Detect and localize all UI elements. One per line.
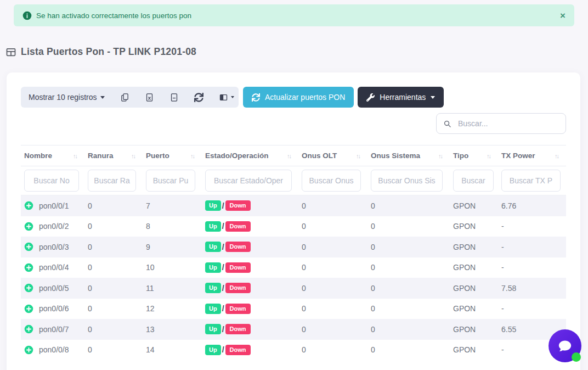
tx-power-cell: - — [498, 222, 566, 231]
onus-olt-cell: 0 — [298, 345, 368, 354]
update-pon-ports-button[interactable]: Actualizar puertos PON — [243, 87, 354, 108]
excel-export-button[interactable] — [145, 93, 154, 102]
column-header-estado[interactable]: Estado/Operación↑↓ — [202, 152, 298, 160]
close-icon[interactable]: × — [560, 11, 566, 20]
up-badge[interactable]: Up — [205, 345, 221, 355]
expand-row-button[interactable] — [24, 345, 33, 355]
table-icon — [5, 47, 16, 58]
table-row: pon0/0/7 0 13 Up/Down 0 0 GPON 6.55 — [21, 319, 566, 340]
slash-separator: / — [222, 284, 224, 293]
up-badge[interactable]: Up — [205, 200, 221, 211]
onus-sistema-cell: 0 — [368, 284, 450, 293]
puerto-cell: 10 — [143, 263, 202, 272]
ranura-cell: 0 — [84, 201, 143, 210]
onus-sistema-cell: 0 — [368, 201, 450, 210]
plus-circle-icon — [24, 263, 33, 272]
tx-power-cell: - — [498, 243, 566, 251]
filter-tipo-input[interactable] — [453, 170, 494, 192]
port-name: pon0/0/7 — [39, 325, 69, 334]
puerto-cell: 8 — [143, 222, 202, 231]
puerto-cell: 11 — [143, 284, 202, 293]
show-entries-dropdown[interactable]: Mostrar 10 registros — [29, 93, 105, 102]
column-header-tx-power[interactable]: TX Power↑↓ — [498, 152, 566, 160]
expand-row-button[interactable] — [24, 242, 33, 251]
file-export-button[interactable] — [169, 93, 179, 102]
tipo-cell: GPON — [450, 284, 498, 293]
expand-row-button[interactable] — [24, 324, 33, 334]
ranura-cell: 0 — [84, 284, 143, 293]
filter-ranura-input[interactable] — [88, 170, 136, 192]
pon-ports-card: Mostrar 10 registros Actualizar puertos … — [7, 72, 580, 370]
onus-sistema-cell: 0 — [368, 325, 450, 334]
column-header-puerto[interactable]: Puerto↑↓ — [143, 152, 202, 160]
table-row: pon0/0/8 0 14 Up/Down 0 0 GPON - — [21, 340, 566, 361]
down-badge[interactable]: Down — [225, 345, 251, 355]
success-alert: Se han activado correctamente los puerto… — [14, 4, 574, 26]
filter-tx-power-input[interactable] — [501, 170, 561, 192]
down-badge[interactable]: Down — [225, 304, 251, 314]
tipo-cell: GPON — [450, 201, 498, 210]
down-badge[interactable]: Down — [225, 324, 251, 334]
column-header-onus-olt[interactable]: Onus OLT↑↓ — [298, 152, 368, 160]
down-badge[interactable]: Down — [225, 283, 251, 293]
tx-power-cell: 7.58 — [498, 284, 566, 293]
tools-dropdown-button[interactable]: Herramientas — [358, 87, 444, 108]
pon-ports-table: Nombre↑↓ Ranura↑↓ Puerto↑↓ Estado/Operac… — [21, 145, 566, 360]
up-badge[interactable]: Up — [205, 304, 221, 314]
tipo-cell: GPON — [450, 263, 498, 272]
up-badge[interactable]: Up — [205, 262, 221, 273]
onus-sistema-cell: 0 — [368, 304, 450, 313]
onus-olt-cell: 0 — [298, 222, 368, 231]
sort-icon: ↑↓ — [287, 153, 291, 159]
table-row: pon0/0/5 0 11 Up/Down 0 0 GPON 7.58 — [21, 278, 566, 299]
slash-separator: / — [222, 325, 224, 334]
column-visibility-button[interactable] — [219, 93, 234, 102]
refresh-table-button[interactable] — [194, 93, 203, 102]
expand-row-button[interactable] — [24, 222, 33, 231]
filter-onus-olt-input[interactable] — [302, 170, 361, 192]
expand-row-button[interactable] — [24, 201, 33, 210]
up-badge[interactable]: Up — [205, 221, 221, 232]
expand-row-button[interactable] — [24, 283, 33, 293]
filter-nombre-input[interactable] — [24, 170, 79, 192]
down-badge[interactable]: Down — [225, 200, 251, 211]
filter-onus-sistema-input[interactable] — [371, 170, 443, 192]
slash-separator: / — [222, 304, 224, 313]
table-row: pon0/0/2 0 8 Up/Down 0 0 GPON - — [21, 216, 566, 237]
column-header-ranura[interactable]: Ranura↑↓ — [84, 152, 143, 160]
onus-sistema-cell: 0 — [368, 345, 450, 354]
info-icon — [22, 11, 32, 20]
chat-widget[interactable] — [549, 329, 581, 362]
down-badge[interactable]: Down — [225, 221, 251, 232]
column-header-onus-sistema[interactable]: Onus Sistema↑↓ — [368, 152, 450, 160]
plus-circle-icon — [24, 242, 33, 251]
tx-power-cell: - — [498, 263, 566, 272]
column-header-tipo[interactable]: Tipo↑↓ — [450, 152, 498, 160]
port-name: pon0/0/1 — [39, 201, 69, 210]
port-name: pon0/0/8 — [39, 345, 69, 354]
chevron-down-icon — [231, 96, 234, 98]
tx-power-cell: 6.76 — [498, 201, 566, 210]
up-badge[interactable]: Up — [205, 283, 221, 293]
up-badge[interactable]: Up — [205, 242, 221, 252]
sort-icon: ↑↓ — [356, 153, 360, 159]
search-input[interactable] — [457, 119, 559, 128]
copy-button[interactable] — [120, 93, 129, 102]
down-badge[interactable]: Down — [225, 262, 251, 273]
expand-row-button[interactable] — [24, 263, 33, 272]
ranura-cell: 0 — [84, 345, 143, 354]
down-badge[interactable]: Down — [225, 242, 251, 252]
port-name: pon0/0/2 — [39, 222, 69, 231]
up-badge[interactable]: Up — [205, 324, 221, 334]
plus-circle-icon — [24, 324, 33, 334]
copy-icon — [120, 93, 129, 102]
tipo-cell: GPON — [450, 325, 498, 334]
pon-ports-page: Se han activado correctamente los puerto… — [0, 0, 588, 370]
filter-estado-input[interactable] — [205, 170, 292, 192]
wrench-icon — [366, 93, 375, 102]
table-toolbar: Mostrar 10 registros Actualizar puertos … — [21, 87, 566, 108]
column-header-nombre[interactable]: Nombre↑↓ — [21, 152, 84, 160]
filter-puerto-input[interactable] — [146, 170, 195, 192]
expand-row-button[interactable] — [24, 304, 33, 313]
refresh-icon — [252, 93, 260, 102]
